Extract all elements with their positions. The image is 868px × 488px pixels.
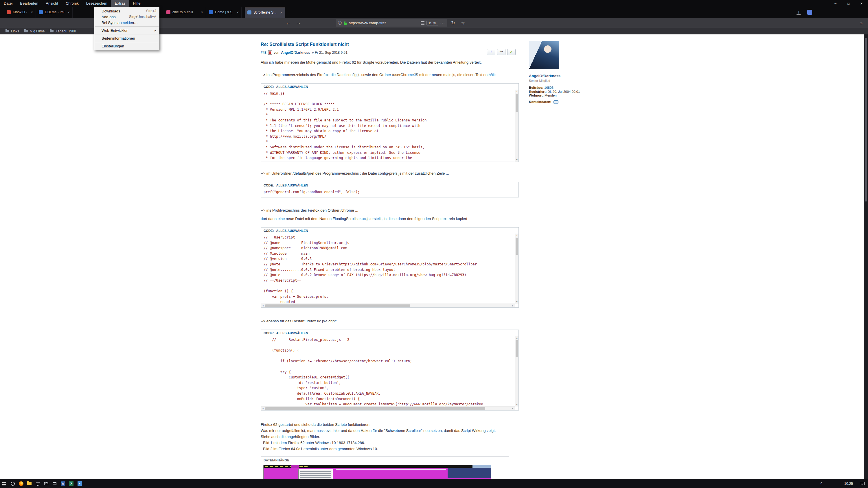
menu-lesezeichen[interactable]: Lesezeichen [83, 0, 111, 7]
post-number-link[interactable]: #48 [261, 51, 267, 55]
tab-cineto[interactable]: cine.to & chill [164, 7, 206, 18]
windows-taskbar: 10:25 [0, 479, 868, 488]
scroll-down-icon[interactable] [515, 158, 519, 162]
page-scrollbar-thumb[interactable] [865, 38, 867, 201]
scroll-up-icon[interactable] [515, 234, 519, 237]
tab-close-icon[interactable] [67, 10, 70, 14]
scrollbar-thumb[interactable] [516, 340, 518, 357]
store-icon[interactable] [50, 479, 59, 488]
scroll-down-icon[interactable] [515, 403, 519, 406]
menu-ansicht[interactable]: Ansicht [42, 0, 62, 7]
minimize-icon[interactable] [829, 0, 842, 7]
action-center-icon[interactable] [857, 482, 868, 485]
bookmark-star-icon[interactable] [459, 20, 467, 27]
mail-icon[interactable] [42, 479, 50, 488]
select-all-link[interactable]: ALLES AUSWÄHLEN [276, 85, 308, 89]
tab-sto[interactable]: Home | ♥ S.to [206, 7, 242, 18]
close-window-icon[interactable] [855, 0, 868, 7]
select-all-link[interactable]: ALLES AUSWÄHLEN [276, 184, 308, 187]
maximize-icon[interactable] [842, 0, 855, 7]
post-count-link[interactable]: 16806 [544, 86, 554, 89]
search-icon[interactable] [8, 479, 17, 488]
menu-extras[interactable]: Extras [111, 0, 129, 7]
private-message-icon[interactable] [554, 100, 558, 104]
word-icon[interactable] [59, 479, 67, 488]
downloads-icon[interactable] [796, 9, 802, 15]
secure-lock-icon[interactable] [344, 23, 347, 25]
bookmark-links[interactable]: Links [3, 28, 22, 34]
menu-hilfe[interactable]: Hilfe [129, 0, 144, 7]
scroll-up-icon[interactable] [515, 336, 519, 340]
page-actions-icon[interactable] [440, 21, 445, 25]
tab-close-icon[interactable] [280, 10, 282, 15]
monitor-app-icon[interactable] [34, 479, 42, 488]
photos-icon[interactable] [75, 479, 84, 488]
zoom-level-button[interactable]: 110% [427, 21, 438, 26]
profile-username-link[interactable]: AngelOfDarkness [529, 74, 607, 78]
attachment-thumbnail[interactable] [263, 465, 491, 479]
code-body[interactable]: pref("general.config.sandbox_enabled", f… [261, 188, 519, 197]
firefox-icon[interactable] [17, 479, 25, 488]
bookmark-xanadu[interactable]: Xanadu 1980 [47, 28, 79, 34]
windows-start-icon[interactable] [0, 479, 8, 488]
scrollbar-thumb[interactable] [516, 94, 518, 112]
horizontal-scrollbar[interactable] [261, 406, 515, 410]
scroll-up-icon[interactable] [515, 90, 519, 93]
horizontal-scrollbar[interactable] [261, 303, 515, 307]
report-post-button[interactable] [487, 49, 495, 55]
select-all-link[interactable]: ALLES AUSWÄHLEN [276, 229, 308, 232]
scrollbar-thumb[interactable] [265, 408, 485, 410]
scrollbar-thumb[interactable] [265, 304, 410, 307]
menu-datei[interactable]: Datei [0, 0, 16, 7]
page-info-icon[interactable] [338, 21, 342, 26]
tab-close-icon[interactable] [201, 10, 203, 14]
hidden-icons-chevron[interactable] [816, 482, 826, 486]
reload-icon[interactable] [449, 20, 457, 27]
bookmark-ng-filme[interactable]: N.g Filme [22, 28, 47, 34]
avatar[interactable] [529, 41, 559, 69]
menuitem-downloads[interactable]: Downloads Strg+J [94, 8, 159, 14]
tab-close-icon[interactable] [237, 10, 239, 14]
reader-mode-icon[interactable] [421, 22, 425, 25]
scroll-left-icon[interactable] [261, 304, 265, 307]
menuitem-addons[interactable]: Add-ons Strg+Umschalt+A [94, 14, 159, 20]
menu-bearbeiten[interactable]: Bearbeiten [16, 0, 42, 7]
scroll-right-icon[interactable] [511, 304, 515, 307]
select-all-link[interactable]: ALLES AUSWÄHLEN [276, 331, 308, 335]
code-body[interactable]: // RestartFirefox_plus.uc.js 2 (function… [261, 336, 519, 410]
scroll-left-icon[interactable] [261, 407, 265, 410]
tab-ddlme[interactable]: DDLme - Imme... [36, 7, 73, 18]
tab-kinoxio[interactable]: KinoxIO - Best... [4, 7, 36, 18]
vertical-scrollbar[interactable] [515, 90, 519, 162]
extension-icon[interactable] [807, 10, 812, 15]
menuitem-web-entwickler[interactable]: Web-Entwickler [94, 28, 159, 33]
post-author-link[interactable]: AngelOfDarkness [281, 51, 310, 55]
scroll-right-icon[interactable] [511, 407, 515, 410]
forward-icon[interactable] [294, 20, 303, 27]
menuitem-seiteninformationen[interactable]: Seiteninformationen [94, 35, 159, 41]
scrollbar-thumb[interactable] [516, 238, 518, 255]
tab-scrollleiste-active[interactable]: Scrollleiste S... [245, 7, 285, 18]
taskbar-clock[interactable]: 10:25 [840, 482, 857, 486]
url-bar[interactable]: https://www.camp-firef 110% [336, 20, 447, 27]
back-icon[interactable] [284, 20, 292, 27]
overflow-chevron-icon[interactable] [858, 20, 865, 27]
tab-close-icon[interactable] [31, 10, 33, 14]
quote-post-button[interactable] [497, 49, 505, 55]
menu-chronik[interactable]: Chronik [62, 0, 83, 7]
code-body[interactable]: // main.js /* ***** BEGIN LICENSE BLOCK … [261, 90, 519, 162]
post-paragraph: - Bild 1 mit dem Firefox 62 unter Window… [261, 440, 514, 446]
page-scrollbar[interactable] [864, 34, 868, 479]
scroll-down-icon[interactable] [515, 300, 519, 303]
excel-icon[interactable] [67, 479, 75, 488]
bookmark-label: N.g Filme [30, 29, 44, 33]
accepted-answer-button[interactable] [507, 49, 516, 55]
post-title-link[interactable]: Re: Scrollleiste Script Funktioniert nic… [261, 42, 519, 47]
menuitem-einstellungen[interactable]: Einstellungen [94, 43, 159, 49]
menuitem-sync[interactable]: Bei Sync anmelden… [94, 20, 159, 26]
file-explorer-icon[interactable] [25, 479, 34, 488]
code-body[interactable]: // ==UserScript== // @name FloatingScrol… [261, 234, 519, 307]
vertical-scrollbar[interactable] [515, 336, 519, 406]
url-text[interactable]: https://www.camp-firef [349, 21, 386, 25]
vertical-scrollbar[interactable] [515, 234, 519, 303]
